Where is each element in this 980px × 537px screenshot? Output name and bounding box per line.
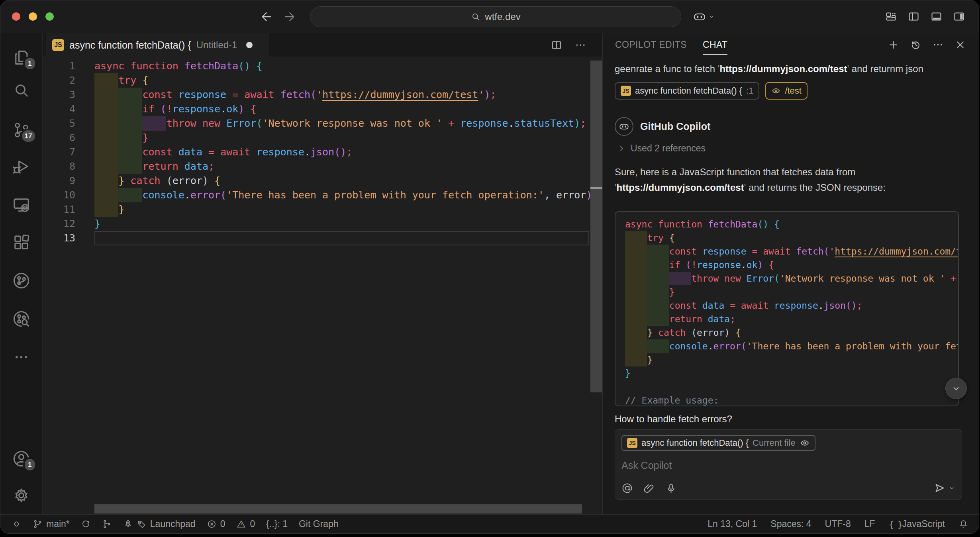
unsaved-changes-icon[interactable]: [246, 42, 253, 48]
close-chat-button[interactable]: [955, 39, 966, 51]
line-number: 2: [43, 73, 75, 88]
line-number: 13: [43, 231, 75, 245]
code-token: [625, 341, 669, 351]
status-item-remote-indicator[interactable]: [12, 519, 22, 529]
code-token: // Example usage:: [625, 395, 719, 406]
activity-bar-item-more[interactable]: [9, 346, 34, 368]
status-item-sync[interactable]: [81, 519, 91, 529]
code-token: [172, 89, 178, 100]
split-editor-button[interactable]: [551, 39, 563, 51]
editor-vertical-scrollbar[interactable]: [590, 61, 602, 392]
navigate-back-button[interactable]: [260, 10, 274, 24]
chevron-down-icon: [708, 13, 715, 20]
chevron-down-icon: [951, 383, 961, 394]
status-item-indentation[interactable]: Spaces: 4: [770, 519, 811, 529]
status-item-eol[interactable]: LF: [864, 519, 875, 529]
status-item-git-graph[interactable]: Git Graph: [299, 519, 339, 529]
warning-icon: [236, 519, 246, 529]
activity-bar-item-run-debug[interactable]: [9, 155, 34, 177]
code-token: await: [741, 300, 768, 311]
message-text-part: and returns the JSON response:: [746, 182, 886, 193]
code-editor[interactable]: 1async function fetchData() {2 try {3 co…: [43, 57, 602, 514]
copilot-menu[interactable]: [693, 10, 715, 24]
status-item-notifications[interactable]: [958, 519, 968, 529]
status-item-warnings[interactable]: 0: [236, 519, 255, 529]
toggle-panel-button[interactable]: [930, 10, 943, 23]
activity-bar-item-git-graph-search[interactable]: [9, 308, 34, 330]
status-item-errors[interactable]: 0: [207, 519, 225, 529]
search-query: wtfe.dev: [485, 11, 520, 22]
line-number: 7: [43, 145, 75, 159]
activity-bar-item-git-graph-circle[interactable]: [9, 269, 34, 292]
status-item-label: {..}: 1: [266, 519, 288, 529]
tab-chat[interactable]: CHAT: [703, 39, 728, 50]
line-number: 4: [43, 102, 75, 116]
status-item-launchpad[interactable]: Launchpad: [123, 519, 196, 529]
editor-tab[interactable]: JS async function fetchData() { Untitled…: [46, 33, 269, 57]
editor-more-actions-button[interactable]: [574, 39, 586, 51]
send-options-chevron-icon[interactable]: [948, 484, 955, 492]
code-line: console.error('There has been a problem …: [625, 339, 958, 353]
context-pill[interactable]: JS async function fetchData() { Current …: [621, 435, 815, 451]
close-window-button[interactable]: [12, 12, 20, 21]
command-center-search[interactable]: wtfe.dev: [310, 6, 681, 27]
code-token: ;: [580, 118, 586, 129]
toggle-sidebar-button[interactable]: [907, 10, 920, 23]
toggle-secondary-sidebar-button[interactable]: [953, 10, 965, 23]
line-number: 3: [43, 88, 75, 102]
status-item-snippet-count[interactable]: {..}: 1: [266, 519, 288, 529]
code-token: ;: [490, 89, 496, 100]
code-token: (: [310, 89, 316, 100]
voice-input-button[interactable]: [665, 482, 677, 494]
activity-bar-item-explorer[interactable]: 1: [9, 46, 34, 69]
activity-bar-item-accounts[interactable]: 1: [9, 447, 34, 470]
editor-horizontal-scrollbar[interactable]: [94, 504, 582, 513]
chat-history-button[interactable]: [910, 39, 921, 51]
navigate-forward-button[interactable]: [282, 10, 296, 24]
code-token: json: [824, 300, 846, 311]
chat-input-placeholder[interactable]: Ask Copilot: [621, 460, 955, 471]
activity-bar-item-extensions[interactable]: [9, 231, 34, 253]
new-chat-button[interactable]: [888, 39, 899, 51]
chevron-right-icon: [617, 144, 626, 153]
chat-input-box[interactable]: JS async function fetchData() { Current …: [615, 429, 962, 500]
mention-button[interactable]: [621, 482, 633, 494]
file-reference-chip[interactable]: JSasync function fetchData() {:1: [615, 82, 759, 100]
code-token: statusText: [514, 118, 574, 129]
status-item-language-mode[interactable]: { }JavaScript: [889, 519, 945, 529]
code-token: [625, 273, 691, 284]
activity-bar-item-source-control[interactable]: 17: [9, 119, 34, 141]
activity-bar-item-settings[interactable]: [9, 485, 34, 507]
code-token: }: [647, 327, 653, 338]
run-debug-icon: [12, 157, 31, 176]
code-token: [94, 175, 118, 186]
customize-layout-button[interactable]: [885, 10, 897, 23]
chat-more-actions-button[interactable]: [932, 39, 944, 51]
code-line: const data = await response.json();: [625, 299, 958, 312]
code-line: 10 console.error('There has been a probl…: [43, 188, 589, 202]
code-token: async: [625, 219, 653, 229]
code-token: function: [658, 219, 702, 229]
status-item-branch[interactable]: main*: [33, 519, 70, 529]
status-item-commit-graph[interactable]: [102, 519, 112, 529]
maximize-window-button[interactable]: [45, 12, 54, 21]
send-button[interactable]: [934, 482, 946, 494]
code-token: new: [724, 273, 741, 284]
eye-icon[interactable]: [800, 438, 810, 448]
code-line: 1async function fetchData() {: [43, 59, 589, 73]
tab-copilot-edits[interactable]: COPILOT EDITS: [615, 39, 687, 50]
code-token: ok: [747, 260, 758, 270]
slash-command-chip[interactable]: /test: [765, 82, 808, 100]
code-token: [94, 103, 142, 115]
minimize-window-button[interactable]: [29, 12, 37, 21]
references-toggle[interactable]: Used 2 references: [615, 143, 968, 154]
followup-suggestion[interactable]: How to handle fetch errors?: [615, 414, 968, 425]
code-token: async: [94, 60, 124, 72]
status-item-encoding[interactable]: UTF-8: [825, 519, 851, 529]
attach-context-button[interactable]: [643, 482, 655, 494]
activity-bar-item-remote-explorer[interactable]: [9, 194, 34, 216]
status-item-cursor-position[interactable]: Ln 13, Col 1: [708, 519, 757, 529]
scroll-to-bottom-button[interactable]: [945, 378, 967, 399]
activity-bar-item-search[interactable]: [9, 79, 34, 101]
code-token: [680, 260, 686, 270]
